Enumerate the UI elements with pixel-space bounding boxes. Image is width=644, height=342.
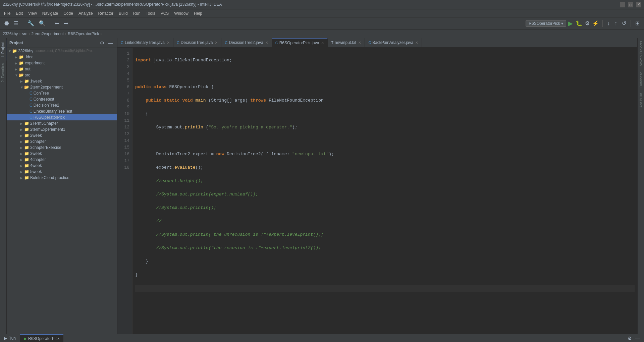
debug-button[interactable]: 🐛 — [575, 19, 583, 27]
menu-tools[interactable]: Tools — [143, 10, 158, 16]
menu-code[interactable]: Code — [61, 10, 76, 16]
panel-tab-favorites[interactable]: 2: Favorites — [0, 60, 6, 85]
menu-window[interactable]: Window — [171, 10, 191, 16]
tree-3chapterexercise[interactable]: ▶ 📁 3chapterExercise — [7, 145, 117, 151]
toolbar-btn-1[interactable]: ⬣ — [3, 19, 11, 27]
tree-1week[interactable]: ▶ 📁 1week — [7, 78, 117, 84]
menu-run[interactable]: Run — [130, 10, 143, 16]
tab-backpainanalyzer[interactable]: C BackPainAnalyzer.java ✕ — [365, 38, 422, 47]
tree-contreetest[interactable]: C Contreetest — [7, 96, 117, 102]
right-panel-database[interactable]: Database — [638, 69, 644, 90]
tree-root[interactable]: ▼ 📁 2326khy sources root, C:\Users\唐皓越\I… — [7, 48, 117, 54]
tab-r6soperatorpick[interactable]: C R6SOperatorPick.java ✕ — [272, 38, 328, 47]
close-tab-decisiontree[interactable]: ✕ — [215, 41, 218, 45]
coverage-button[interactable]: ⚙ — [584, 19, 590, 27]
tab-decisiontree[interactable]: C DecisionTree.java ✕ — [173, 38, 222, 47]
close-tab-linkedbinarytree[interactable]: ✕ — [167, 41, 170, 45]
left-panel-tabs: 1: Project 2: Favorites — [0, 38, 7, 334]
line-numbers: 12345 678910 1112131415 161718 — [117, 48, 132, 334]
menu-navigate[interactable]: Navigate — [40, 10, 61, 16]
breadcrumb-file[interactable]: R6SOperatorPick — [68, 32, 99, 36]
tree-src[interactable]: ▼ 📂 src — [7, 72, 117, 78]
tab-linkedbinarytree[interactable]: C LinkedBinaryTree.java ✕ — [117, 38, 173, 47]
tree-4chapter[interactable]: ▶ 📁 4chapter — [7, 157, 117, 163]
bottom-settings-button[interactable]: ⚙ — [626, 335, 633, 342]
menu-file[interactable]: File — [1, 10, 13, 16]
right-panel-ant[interactable]: Ant Build — [638, 90, 644, 110]
tree-2term5chapter[interactable]: ▶ 📁 2Term5Chapter — [7, 120, 117, 126]
toolbar-history[interactable]: ↺ — [620, 19, 628, 27]
tree-3week[interactable]: ▶ 📁 3week — [7, 151, 117, 157]
menu-vcs[interactable]: VCS — [158, 10, 172, 16]
tree-decisiontree2[interactable]: C DecisionTree2 — [7, 102, 117, 108]
tree-2termexperiement1[interactable]: ▶ 📁 2termExperiement1 — [7, 126, 117, 132]
tree-2week[interactable]: ▶ 📁 2week — [7, 132, 117, 138]
tree-r6soperatorpick[interactable]: C R6SOperatorPick — [7, 114, 117, 120]
breadcrumb-package[interactable]: 2term2experiment — [31, 32, 64, 36]
menu-view[interactable]: View — [25, 10, 40, 16]
right-sidebar: Maven Projects Database Ant Build — [637, 38, 644, 334]
run-button[interactable]: ▶ — [568, 19, 574, 28]
toolbar-btn-3[interactable]: 🔧 — [26, 19, 36, 27]
bottom-tab-r6s[interactable]: ▶ R6SOperatorPick — [20, 334, 63, 342]
toolbar-vcs-2[interactable]: ↑ — [613, 19, 619, 27]
tree-idea[interactable]: ▶ 📁 .idea — [7, 54, 117, 60]
window-controls: ─ □ ✕ — [620, 2, 641, 7]
editor-area: C LinkedBinaryTree.java ✕ C DecisionTree… — [117, 38, 637, 334]
bottom-panel: ▶ Run ▶ R6SOperatorPick ⚙ — ▶ ↺ ■ ↓ ⚡ ⊞ … — [0, 334, 644, 342]
code-content[interactable]: import java.io.FileNotFoundException; pu… — [132, 48, 637, 334]
toolbar-btn-5[interactable]: ⬅ — [53, 19, 61, 27]
close-tab-r6soperatorpick[interactable]: ✕ — [321, 41, 324, 45]
panel-tab-project[interactable]: 1: Project — [0, 40, 6, 60]
toolbar-vcs-1[interactable]: ↓ — [605, 19, 611, 27]
profile-button[interactable]: ⚡ — [592, 19, 600, 27]
maximize-button[interactable]: □ — [628, 2, 633, 7]
tab-icon-r6soperatorpick: C — [275, 41, 278, 45]
menu-build[interactable]: Build — [116, 10, 130, 16]
project-options[interactable]: ⚙ — [99, 40, 106, 46]
window-title: 2326khy [C:\Users\唐皓越\IdeaProjects\2326k… — [3, 2, 620, 7]
toolbar-btn-4[interactable]: 🔍 — [37, 19, 47, 27]
tab-icon-linkedbinarytree: C — [121, 41, 123, 45]
breadcrumb-src[interactable]: src — [22, 32, 27, 36]
tree-root-path: sources root, C:\Users\唐皓越\IdeaPro... — [35, 49, 94, 53]
run-config-selector[interactable]: R6SOperatorPick ▾ — [526, 20, 566, 27]
tree-2term2experiment[interactable]: ▼ 📂 2term2experiment — [7, 84, 117, 90]
close-button[interactable]: ✕ — [636, 2, 641, 7]
tree-4week[interactable]: ▶ 📁 4week — [7, 163, 117, 169]
breadcrumb-project[interactable]: 2326khy — [3, 32, 18, 36]
close-tab-decisiontree2[interactable]: ✕ — [265, 41, 268, 45]
toolbar: ⬣ ☰ 🔧 🔍 ⬅ ➡ R6SOperatorPick ▾ ▶ 🐛 ⚙ ⚡ ↓ … — [0, 17, 644, 30]
tree-5week[interactable]: ▶ 📁 5week — [7, 169, 117, 175]
bottom-minimize-button[interactable]: — — [634, 335, 641, 342]
close-tab-backpainanalyzer[interactable]: ✕ — [415, 41, 418, 45]
tab-decisiontree2[interactable]: C DecisionTree2.java ✕ — [221, 38, 272, 47]
menu-refactor[interactable]: Refactor — [96, 10, 116, 16]
toolbar-btn-2[interactable]: ☰ — [12, 19, 20, 27]
tree-contree[interactable]: C ConTree — [7, 90, 117, 96]
close-tab-newinput[interactable]: ✕ — [358, 41, 361, 45]
toolbar-btn-6[interactable]: ➡ — [62, 19, 70, 27]
minimize-button[interactable]: ─ — [620, 2, 625, 7]
toolbar-layout[interactable]: ⊞ — [634, 19, 641, 27]
tree-experiment[interactable]: ▶ 📁 experiment — [7, 60, 117, 66]
code-editor: 12345 678910 1112131415 161718 import ja… — [117, 48, 637, 334]
bottom-tabs: ▶ Run ▶ R6SOperatorPick ⚙ — — [0, 334, 644, 342]
tree-3chapter[interactable]: ▶ 📁 3chapter — [7, 138, 117, 145]
tab-icon-backpainanalyzer: C — [368, 41, 371, 45]
tab-newinput[interactable]: T newinput.txt ✕ — [328, 38, 365, 47]
menu-analyze[interactable]: Analyze — [76, 10, 96, 16]
tree-out[interactable]: ▶ 📁 out — [7, 66, 117, 72]
menu-edit[interactable]: Edit — [13, 10, 25, 16]
bottom-tab-run[interactable]: ▶ Run — [0, 335, 20, 342]
project-collapse[interactable]: — — [107, 40, 114, 46]
tree-linkedbinarytreetest[interactable]: C LinkedBinaryTreeTest — [7, 108, 117, 114]
bottom-tab-run-icon: ▶ — [4, 336, 7, 341]
menu-help[interactable]: Help — [191, 10, 205, 16]
main-area: 1: Project 2: Favorites Project ⚙ — ▼ 📁 … — [0, 38, 644, 334]
bottom-tab-r6s-icon: ▶ — [24, 336, 27, 341]
project-header: Project ⚙ — — [7, 38, 117, 48]
right-panel-maven[interactable]: Maven Projects — [638, 38, 644, 69]
toolbar-separator-1 — [23, 20, 23, 27]
tree-buleinkcloud[interactable]: ▶ 📁 BuleInkCloud practice — [7, 175, 117, 181]
